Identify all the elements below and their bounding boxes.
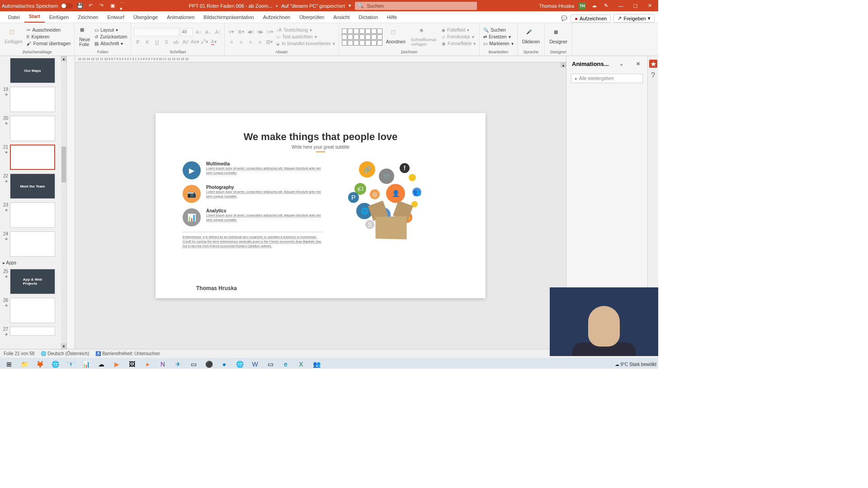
user-name[interactable]: Thomas Hruska [539, 3, 574, 9]
designer-button[interactable]: ▦ Designer [547, 28, 569, 45]
user-avatar[interactable]: TH [579, 2, 586, 9]
tab-bildschirmpraesentation[interactable]: Bildschirmpräsentation [199, 12, 258, 23]
panel-scrollbar[interactable]: ▴ ▾ [61, 56, 66, 349]
tab-uebergaenge[interactable]: Übergänge [129, 12, 162, 23]
tab-zeichnen[interactable]: Zeichnen [73, 12, 103, 23]
slide-title[interactable]: We make things that people love [183, 131, 458, 143]
justify-icon[interactable]: ≡ [256, 38, 264, 46]
italic-icon[interactable]: K [143, 38, 151, 46]
language-indicator[interactable]: 🌐 Deutsch (Österreich) [41, 351, 89, 356]
search-input[interactable]: 🔍 Suchen [355, 2, 477, 10]
app-icon[interactable]: 🖼 [125, 359, 139, 369]
slide-subtitle[interactable]: Write here your great subtitle [183, 145, 458, 150]
align-left-icon[interactable]: ≡ [227, 38, 236, 46]
close-icon[interactable]: ✕ [634, 61, 642, 67]
slide-thumbnail-active[interactable] [10, 145, 55, 170]
obs-icon[interactable]: ⚫ [202, 359, 216, 369]
text-direction-button[interactable]: ↕ATextrichtung▾ [275, 27, 335, 33]
columns-icon[interactable]: ▥▾ [265, 38, 274, 46]
slide[interactable]: We make things that people love Write he… [156, 113, 486, 298]
graphic-box[interactable]: 🔗 🛒 f 🏷 ◎ 👤 👥 P 🌐 💻 👍 [323, 161, 458, 248]
shape-outline-button[interactable]: ◇Formkontur▾ [441, 34, 476, 40]
tab-animationen[interactable]: Animationen [162, 12, 199, 23]
font-size-input[interactable] [180, 28, 193, 36]
teams-icon[interactable]: 👥 [309, 359, 324, 369]
scroll-down-icon[interactable]: ▾ [61, 343, 66, 349]
scroll-up-icon[interactable]: ▴ [61, 56, 66, 61]
shapes-gallery[interactable] [342, 28, 382, 46]
tab-ueberpruefen[interactable]: Überprüfen [295, 12, 329, 23]
reset-button[interactable]: ↺Zurücksetzen [94, 34, 128, 40]
app-icon[interactable]: ● [217, 359, 231, 369]
align-center-icon[interactable]: ≡ [237, 38, 245, 46]
slide-thumbnails-panel[interactable]: Our Maps 19★ 20★ 21★ 22★Meet the Team 23… [0, 56, 67, 349]
horizontal-ruler[interactable]: 16 15 14 13 12 11 10 9 8 7 6 5 4 3 2 1 0… [75, 56, 566, 62]
record-button[interactable]: ●Aufzeichnen [571, 14, 611, 23]
case-icon[interactable]: Aa▾ [191, 38, 199, 46]
app-icon[interactable]: ☁ [94, 359, 108, 369]
slide-thumbnail[interactable] [10, 202, 55, 228]
chrome-icon[interactable]: 🌐 [48, 359, 62, 369]
replace-button[interactable]: ⇄Ersetzen▾ [482, 34, 514, 40]
slide-thumbnail[interactable] [10, 327, 55, 336]
select-button[interactable]: ▭Markieren▾ [482, 41, 514, 47]
explorer-icon[interactable]: 📁 [17, 359, 32, 369]
chevron-down-icon[interactable]: ⌄ [618, 61, 625, 67]
close-button[interactable]: ✕ [643, 1, 656, 10]
animation-pane-icon[interactable]: ★ [649, 60, 657, 68]
underline-icon[interactable]: U [153, 38, 161, 46]
quick-styles-button[interactable]: ◉ Schnellformat- vorlagen [409, 27, 439, 47]
bold-icon[interactable]: F [134, 38, 142, 46]
weather-widget[interactable]: ☁ 9°C Stark bewölkt [615, 362, 656, 367]
shadow-icon[interactable]: ab [172, 38, 180, 46]
arrange-button[interactable]: ⬚ Anordnen [384, 28, 407, 45]
layout-button[interactable]: ▭Layout▾ [94, 27, 128, 33]
feature-item[interactable]: 📊 AnalyticsLorem ipsum dolor sit amet, c… [183, 208, 323, 226]
app-icon[interactable]: ▭ [186, 359, 201, 369]
save-location[interactable]: Auf "diesem PC" gespeichert [281, 3, 345, 9]
save-icon[interactable]: 💾 [76, 2, 84, 9]
paste-button[interactable]: 📋 Einfügen [3, 28, 24, 45]
font-name-input[interactable] [134, 28, 179, 36]
maximize-button[interactable]: ▢ [628, 1, 642, 10]
word-icon[interactable]: W [248, 359, 262, 369]
indent-decrease-icon[interactable]: ◀≡ [246, 28, 255, 36]
shape-effects-button[interactable]: ◉Formeffekte▾ [441, 41, 476, 47]
app-icon[interactable]: 🌐 [232, 359, 247, 369]
chevron-down-icon[interactable]: ▾ [349, 3, 351, 9]
slide-counter[interactable]: Folie 21 von 58 [4, 351, 34, 356]
file-name[interactable]: PPT 01 Roter Faden 006 - ab Zoom... [189, 3, 272, 9]
slide-thumbnail[interactable] [10, 87, 55, 112]
slide-thumbnail[interactable]: Meet the Team [10, 174, 55, 199]
copy-button[interactable]: ⎘Kopieren [26, 34, 71, 40]
accessibility-indicator[interactable]: ♿ Barrierefreiheit: Untersuchen [95, 351, 160, 356]
clear-format-icon[interactable]: A⃠ [213, 28, 222, 36]
outlook-icon[interactable]: 📧 [63, 359, 78, 369]
feature-item[interactable]: 📷 PhotographyLorem ipsum dolor sit amet,… [183, 185, 323, 203]
find-button[interactable]: 🔍Suchen [482, 27, 514, 33]
tab-einfuegen[interactable]: Einfügen [45, 12, 73, 23]
pen-icon[interactable]: ✎ [602, 2, 609, 9]
scroll-thumb[interactable] [61, 146, 66, 183]
play-all-button[interactable]: ▸ Alle wiedergeben [571, 74, 643, 83]
line-spacing-icon[interactable]: ↕≡▾ [265, 28, 274, 36]
excel-icon[interactable]: X [294, 359, 308, 369]
more-icon[interactable]: ⋯▾ [120, 2, 127, 9]
bullets-icon[interactable]: ≡▾ [227, 28, 236, 36]
scroll-up-icon[interactable]: ▴ [561, 62, 566, 68]
telegram-icon[interactable]: ✈ [171, 359, 185, 369]
app-icon[interactable]: ▭ [263, 359, 278, 369]
cut-button[interactable]: ✂Ausschneiden [26, 27, 71, 33]
app-icon[interactable]: ● [140, 359, 155, 369]
dictate-button[interactable]: 🎤 Diktieren [520, 28, 542, 45]
vertical-ruler[interactable] [67, 56, 75, 349]
decrease-font-icon[interactable]: A↓ [204, 28, 212, 36]
edge-icon[interactable]: e [278, 359, 293, 369]
feature-item[interactable]: ▶ MultimediaLorem ipsum dolor sit amet, … [183, 161, 323, 179]
undo-icon[interactable]: ↶ [87, 2, 94, 9]
tab-entwurf[interactable]: Entwurf [103, 12, 128, 23]
author-name[interactable]: Thomas Hruska [196, 285, 237, 291]
share-button[interactable]: ↗Freigeben▾ [613, 14, 655, 23]
slide-thumbnail[interactable] [10, 116, 55, 141]
indent-increase-icon[interactable]: ≡▶ [256, 28, 264, 36]
